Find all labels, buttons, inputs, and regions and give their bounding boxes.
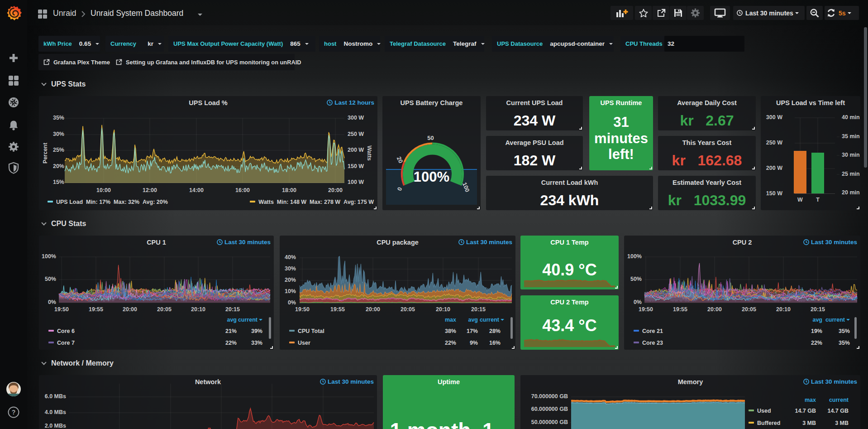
svg-text:0: 0 — [396, 186, 404, 192]
svg-text:?: ? — [12, 409, 16, 416]
svg-text:50: 50 — [427, 135, 434, 141]
